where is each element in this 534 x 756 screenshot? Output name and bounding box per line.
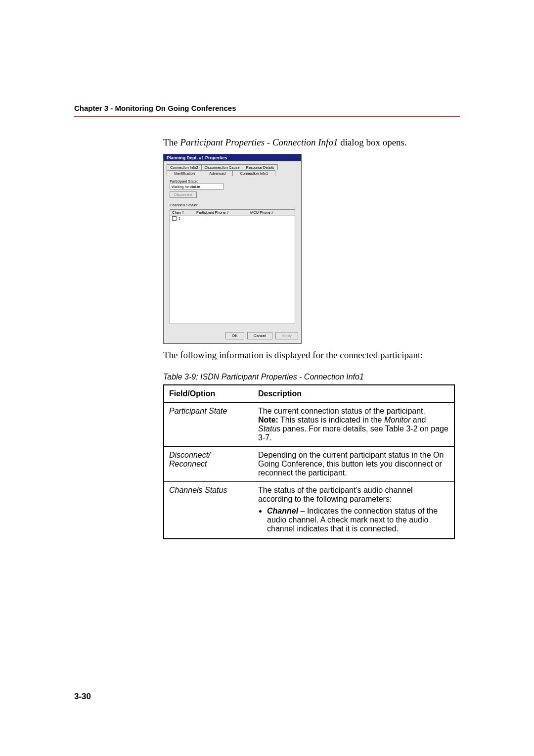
participant-state-label: Participant State:	[170, 179, 295, 184]
tab-advanced[interactable]: Advanced	[202, 170, 233, 176]
properties-table: Field/Option Description Participant Sta…	[163, 384, 455, 539]
dialog-window: Planning Dept. #1 Properties Connection …	[163, 154, 302, 344]
cell-desc: The current connection status of the par…	[253, 403, 454, 447]
table-row: Disconnect/ Reconnect Depending on the c…	[164, 447, 454, 482]
dialog-titlebar: Planning Dept. #1 Properties	[164, 154, 301, 161]
channels-status-label: Channels Status:	[170, 203, 295, 207]
row0-tail: panes. For more details, see Table 3-2 o…	[258, 425, 448, 442]
chapter-header: Chapter 3 - Monitoring On Going Conferen…	[74, 104, 460, 112]
cell-desc: Depending on the current participant sta…	[253, 447, 454, 482]
row2-bullet-strong: Channel	[267, 507, 298, 515]
ok-button[interactable]: OK	[225, 332, 244, 339]
channel-number: 1	[178, 216, 180, 221]
table-row: Participant State The current connection…	[164, 403, 454, 447]
table-row: Channels Status The status of the partic…	[164, 482, 454, 539]
header-rule	[74, 116, 460, 117]
channels-table-head: Chan # Participant Phone # MCU Phone #	[170, 210, 295, 216]
disconnect-button[interactable]: Disconnect	[170, 191, 197, 198]
channel-checkbox-icon	[172, 216, 177, 221]
row0-em2: Status	[258, 425, 280, 433]
tab-connection-info1[interactable]: Connection Info1	[232, 170, 275, 176]
cancel-button[interactable]: Cancel	[247, 332, 272, 339]
th-field: Field/Option	[164, 385, 253, 403]
participant-state-value: Waiting for dial-in	[170, 184, 224, 189]
row0-mid1: This status is indicated in the	[278, 416, 384, 424]
col-mcu-phone: MCU Phone #	[248, 210, 295, 215]
tab-identification[interactable]: Identification	[167, 170, 202, 176]
intro-pre: The	[163, 137, 180, 147]
intro-sentence: The Participant Properties - Connection …	[163, 137, 460, 148]
row2-intro: The status of the participant's audio ch…	[258, 486, 413, 503]
row0-em1: Monitor	[384, 416, 410, 424]
tab-resource-details[interactable]: Resource Details	[243, 164, 278, 170]
cell-field: Disconnect/ Reconnect	[164, 447, 253, 482]
row2-bullet: Channel – Indicates the connection statu…	[267, 507, 449, 533]
intro-dialog-name: Participant Properties - Connection Info…	[180, 137, 338, 147]
col-chan: Chan #	[170, 210, 194, 215]
dialog-screenshot: Planning Dept. #1 Properties Connection …	[163, 154, 460, 344]
channels-table-row: 1	[170, 216, 295, 221]
page-number: 3-30	[74, 692, 91, 702]
apply-button[interactable]: Apply	[275, 332, 298, 339]
tab-disconnection-cause[interactable]: Disconnection Cause	[201, 164, 243, 170]
intro-post: dialog box opens.	[338, 137, 406, 147]
row0-mid2: and	[410, 416, 426, 424]
row0-note-label: Note:	[258, 416, 278, 424]
row2-bullets: Channel – Indicates the connection statu…	[267, 507, 449, 533]
cell-field: Participant State	[164, 403, 253, 447]
th-desc: Description	[253, 385, 454, 403]
after-screenshot-text: The following information is displayed f…	[163, 350, 460, 361]
col-participant-phone: Participant Phone #	[194, 210, 248, 215]
cell-field: Channels Status	[164, 482, 253, 539]
table-caption: Table 3-9: ISDN Participant Properties -…	[163, 373, 460, 381]
cell-desc: The status of the participant's audio ch…	[253, 482, 454, 539]
tab-connection-info2[interactable]: Connection Info2	[167, 164, 202, 170]
row0-line1: The current connection status of the par…	[258, 407, 425, 415]
channels-status-table: Chan # Participant Phone # MCU Phone # 1	[170, 209, 295, 324]
